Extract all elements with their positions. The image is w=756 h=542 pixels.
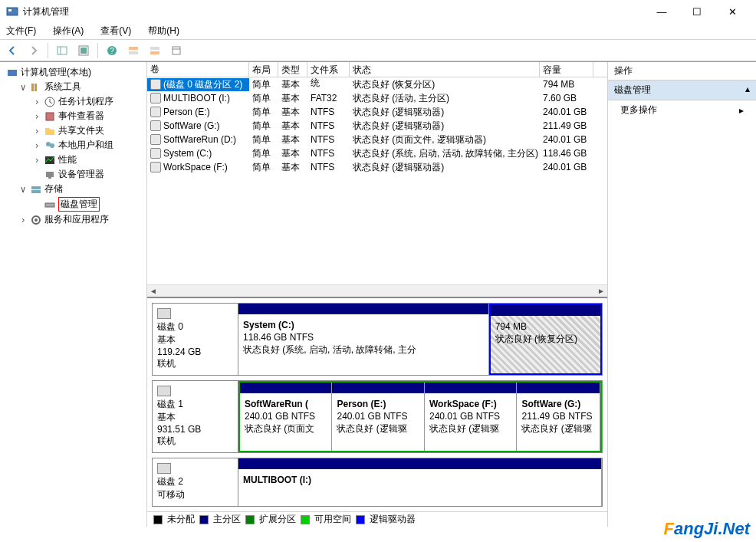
menu-action[interactable]: 操作(A) — [50, 23, 87, 39]
menubar: 文件(F) 操作(A) 查看(V) 帮助(H) — [0, 23, 756, 40]
tree-panel: 计算机管理(本地) ∨系统工具 ›任务计划程序 ›事件查看器 ›共享文件夹 ›本… — [0, 62, 147, 527]
col-status[interactable]: 状态 — [350, 62, 540, 77]
svg-text:?: ? — [110, 47, 114, 55]
svg-rect-24 — [31, 186, 41, 189]
tree-services[interactable]: ›服务和应用程序 — [0, 212, 146, 227]
volume-row[interactable]: Person (E:)简单基本NTFS状态良好 (逻辑驱动器)240.01 GB — [147, 105, 607, 119]
window-title: 计算机管理 — [23, 5, 644, 18]
col-fs[interactable]: 文件系统 — [307, 62, 350, 77]
tree-users[interactable]: ›本地用户和组 — [0, 138, 146, 153]
minimize-button[interactable]: — — [644, 0, 679, 23]
volume-row[interactable]: (磁盘 0 磁盘分区 2)简单基本状态良好 (恢复分区)794 MB — [147, 77, 607, 91]
volume-icon — [150, 93, 161, 103]
collapse-icon: ▴ — [745, 84, 750, 97]
partition-softwarerun-d[interactable]: SoftWareRun (240.01 GB NTFS状态良好 (页面文 — [240, 383, 332, 451]
svg-rect-1 — [8, 9, 12, 11]
volume-table: (磁盘 0 磁盘分区 2)简单基本状态良好 (恢复分区)794 MB MULTI… — [147, 77, 607, 284]
view-bottom-button[interactable] — [146, 42, 164, 59]
tree-eventvwr[interactable]: ›事件查看器 — [0, 109, 146, 123]
svg-rect-14 — [8, 70, 17, 76]
partition-software-g[interactable]: SoftWare (G:)211.49 GB NTFS状态良好 (逻辑驱 — [517, 383, 600, 451]
watermark: FangJi.Net — [664, 519, 750, 539]
titlebar: 计算机管理 — ☐ ✕ — [0, 0, 756, 23]
app-icon — [6, 5, 18, 18]
tree-storage[interactable]: ∨存储 — [0, 182, 146, 196]
volume-icon — [150, 79, 161, 90]
volume-icon — [150, 120, 161, 131]
svg-rect-26 — [45, 203, 54, 207]
disk-row-1[interactable]: 磁盘 1 基本 931.51 GB 联机 SoftWareRun (240.01… — [152, 380, 603, 453]
actions-header: 操作 — [608, 62, 756, 80]
svg-rect-8 — [129, 47, 138, 50]
view-top-button[interactable] — [124, 42, 143, 59]
tree-systools[interactable]: ∨系统工具 — [0, 80, 146, 94]
col-volume[interactable]: 卷 — [147, 62, 249, 77]
col-layout[interactable]: 布局 — [249, 62, 278, 77]
disk-icon — [157, 308, 171, 319]
disk-info: 磁盘 1 基本 931.51 GB 联机 — [153, 381, 238, 452]
volume-row[interactable]: System (C:)简单基本NTFS状态良好 (系统, 启动, 活动, 故障转… — [147, 146, 607, 160]
actions-more[interactable]: 更多操作▸ — [608, 100, 756, 120]
svg-rect-18 — [46, 113, 54, 120]
tree-shared[interactable]: ›共享文件夹 — [0, 123, 146, 138]
volume-icon — [150, 162, 161, 172]
disk-icon — [157, 463, 171, 474]
volume-row[interactable]: SoftWareRun (D:)简单基本NTFS状态良好 (页面文件, 逻辑驱动… — [147, 133, 607, 146]
svg-rect-11 — [150, 51, 159, 54]
actions-panel: 操作 磁盘管理▴ 更多操作▸ — [608, 62, 756, 527]
volume-row[interactable]: SoftWare (G:)简单基本NTFS状态良好 (逻辑驱动器)211.49 … — [147, 119, 607, 133]
volume-icon — [150, 107, 161, 117]
partition-person-e[interactable]: Person (E:)240.01 GB NTFS状态良好 (逻辑驱 — [332, 383, 424, 451]
partition-workspace-f[interactable]: WorkSpace (F:)240.01 GB NTFS状态良好 (逻辑驱 — [425, 383, 517, 451]
svg-rect-12 — [173, 47, 180, 54]
actions-subheader[interactable]: 磁盘管理▴ — [608, 80, 756, 100]
menu-file[interactable]: 文件(F) — [3, 23, 39, 39]
forward-button[interactable] — [25, 42, 43, 59]
tree-perf[interactable]: ›性能 — [0, 153, 146, 167]
disk-info: 磁盘 2 可移动 — [153, 458, 238, 506]
volume-row[interactable]: MULTIBOOT (I:)简单基本FAT32状态良好 (活动, 主分区)7.6… — [147, 91, 607, 105]
partition-multiboot-i[interactable]: MULTIBOOT (I:) — [238, 458, 602, 506]
center-panel: 卷 布局 类型 文件系统 状态 容量 (磁盘 0 磁盘分区 2)简单基本状态良好… — [147, 62, 608, 527]
legend-unallocated-icon — [153, 515, 163, 524]
svg-rect-22 — [46, 172, 54, 177]
svg-rect-5 — [81, 48, 87, 54]
show-hide-button[interactable] — [53, 42, 71, 59]
volume-row[interactable]: WorkSpace (F:)简单基本NTFS状态良好 (逻辑驱动器)240.01… — [147, 160, 607, 174]
volume-icon — [150, 134, 161, 145]
svg-point-28 — [35, 218, 38, 222]
scroll-right-icon[interactable]: ► — [595, 285, 607, 297]
chevron-right-icon: ▸ — [739, 105, 744, 116]
close-button[interactable]: ✕ — [715, 0, 750, 23]
partition-recovery[interactable]: 794 MB状态良好 (恢复分区) — [489, 304, 602, 375]
tree-root[interactable]: 计算机管理(本地) — [0, 65, 146, 80]
disk-row-0[interactable]: 磁盘 0 基本 119.24 GB 联机 System (C:)118.46 G… — [152, 303, 603, 376]
horizontal-scrollbar[interactable]: ◄► — [147, 284, 607, 297]
toolbar: ? — [0, 40, 756, 61]
svg-rect-2 — [58, 47, 67, 54]
col-capacity[interactable]: 容量 — [540, 62, 593, 77]
menu-help[interactable]: 帮助(H) — [145, 23, 182, 39]
tree-devmgr[interactable]: 设备管理器 — [0, 167, 146, 182]
svg-rect-16 — [35, 84, 37, 91]
refresh-button[interactable] — [74, 42, 93, 59]
col-type[interactable]: 类型 — [278, 62, 307, 77]
disk-icon — [157, 386, 171, 396]
legend: 未分配 主分区 扩展分区 可用空间 逻辑驱动器 — [147, 511, 607, 527]
scroll-left-icon[interactable]: ◄ — [147, 285, 159, 297]
legend-logical-icon — [356, 515, 365, 524]
tree-diskmgmt[interactable]: 磁盘管理 — [0, 196, 146, 212]
help-button[interactable]: ? — [103, 42, 121, 59]
svg-rect-23 — [48, 177, 51, 179]
settings-button[interactable] — [167, 42, 186, 59]
tree-scheduler[interactable]: ›任务计划程序 — [0, 94, 146, 109]
disk-row-2[interactable]: 磁盘 2 可移动 MULTIBOOT (I:) — [152, 458, 603, 507]
svg-point-20 — [50, 143, 54, 148]
menu-view[interactable]: 查看(V) — [97, 23, 134, 39]
svg-rect-15 — [31, 84, 34, 91]
partition-system-c[interactable]: System (C:)118.46 GB NTFS状态良好 (系统, 启动, 活… — [238, 304, 489, 375]
svg-rect-10 — [150, 47, 159, 50]
maximize-button[interactable]: ☐ — [679, 0, 715, 23]
back-button[interactable] — [3, 42, 21, 59]
legend-primary-icon — [199, 515, 209, 524]
